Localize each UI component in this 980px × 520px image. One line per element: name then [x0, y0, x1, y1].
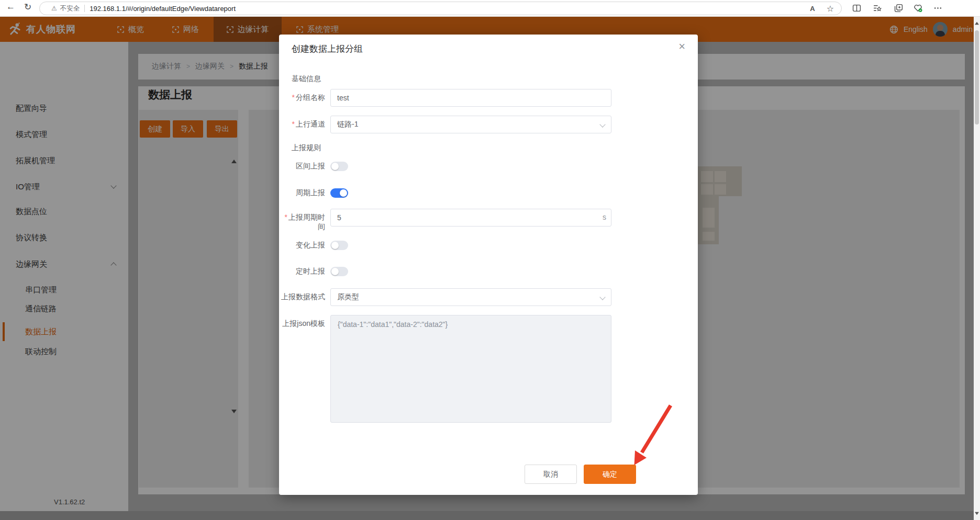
- required-asterisk: *: [292, 120, 295, 128]
- uplink-channel-value[interactable]: [330, 116, 611, 133]
- unit-suffix: s: [603, 213, 606, 221]
- cancel-button[interactable]: 取消: [525, 465, 577, 484]
- field-label: *上报周期时间: [279, 209, 325, 232]
- favorite-star-icon[interactable]: ☆: [827, 4, 834, 14]
- interval-report-toggle[interactable]: [330, 162, 348, 171]
- json-template-textarea[interactable]: {"data-1":"data1","data-2":"data2"}: [330, 315, 611, 423]
- form-row-uplink-channel: *上行通道: [279, 116, 698, 133]
- browser-essentials-icon[interactable]: [914, 4, 922, 13]
- browser-menu-icon[interactable]: [933, 4, 942, 13]
- form-row-change-report: 变化上报: [279, 240, 698, 250]
- close-icon[interactable]: ×: [678, 41, 685, 52]
- form-row-timed-report: 定时上报: [279, 266, 698, 276]
- collections-hub-icon[interactable]: [873, 4, 882, 13]
- data-format-value[interactable]: [330, 288, 611, 306]
- security-label: 不安全: [60, 4, 80, 13]
- field-label: *分组名称: [279, 89, 325, 107]
- warning-icon: ⚠: [51, 5, 57, 12]
- read-aloud-icon[interactable]: A: [810, 5, 815, 13]
- change-report-toggle[interactable]: [330, 241, 348, 250]
- field-label: 定时上报: [279, 266, 325, 276]
- url-text[interactable]: 192.168.1.1/#/origin/defaultEdge/Viewdat…: [90, 5, 236, 13]
- form-row-data-format: 上报数据格式: [279, 288, 698, 306]
- tab-copy-icon[interactable]: [894, 4, 903, 13]
- section-basic-info: 基础信息: [292, 74, 321, 84]
- divider: [84, 5, 85, 12]
- field-label: *上行通道: [279, 116, 325, 133]
- required-asterisk: *: [292, 93, 295, 101]
- timed-report-toggle[interactable]: [330, 267, 348, 276]
- field-label: 上报数据格式: [279, 288, 325, 306]
- address-bar[interactable]: ⚠ 不安全 192.168.1.1/#/origin/defaultEdge/V…: [39, 2, 842, 15]
- dialog-title: 创建数据上报分组: [292, 43, 363, 55]
- browser-refresh-icon[interactable]: ↻: [24, 2, 31, 13]
- confirm-button[interactable]: 确定: [584, 465, 636, 484]
- form-row-group-name: *分组名称: [279, 89, 698, 107]
- scrollbar-up-icon[interactable]: [975, 22, 979, 25]
- create-report-group-dialog: 创建数据上报分组 × 基础信息 *分组名称 *上行通道 上报规则 区间上报 周期…: [279, 35, 698, 495]
- uplink-channel-select[interactable]: [330, 116, 611, 133]
- browser-back-icon[interactable]: ←: [6, 2, 15, 12]
- browser-toolbar: ← ↻ ⚠ 不安全 192.168.1.1/#/origin/defaultEd…: [0, 0, 980, 17]
- field-label: 区间上报: [279, 161, 325, 171]
- data-format-select[interactable]: [330, 288, 611, 306]
- section-report-rules: 上报规则: [292, 143, 321, 153]
- split-screen-icon[interactable]: [852, 4, 861, 13]
- form-row-report-period: *上报周期时间 s: [279, 209, 698, 232]
- form-row-json-template: 上报json模板 {"data-1":"data1","data-2":"dat…: [279, 315, 698, 425]
- form-row-periodic-report: 周期上报: [279, 188, 698, 198]
- report-period-input[interactable]: [330, 209, 611, 227]
- scrollbar-thumb[interactable]: [975, 30, 979, 125]
- page-scrollbar[interactable]: [974, 17, 980, 520]
- group-name-input[interactable]: [330, 89, 611, 107]
- periodic-report-toggle[interactable]: [330, 188, 348, 198]
- page-root: 有人物联网 概览 网络 边缘计算 系统管理 English: [0, 0, 980, 520]
- scrollbar-down-icon[interactable]: [975, 512, 979, 515]
- field-label: 上报json模板: [279, 315, 325, 425]
- field-label: 变化上报: [279, 240, 325, 250]
- form-row-interval-report: 区间上报: [279, 161, 698, 171]
- required-asterisk: *: [285, 213, 287, 221]
- field-label: 周期上报: [279, 188, 325, 198]
